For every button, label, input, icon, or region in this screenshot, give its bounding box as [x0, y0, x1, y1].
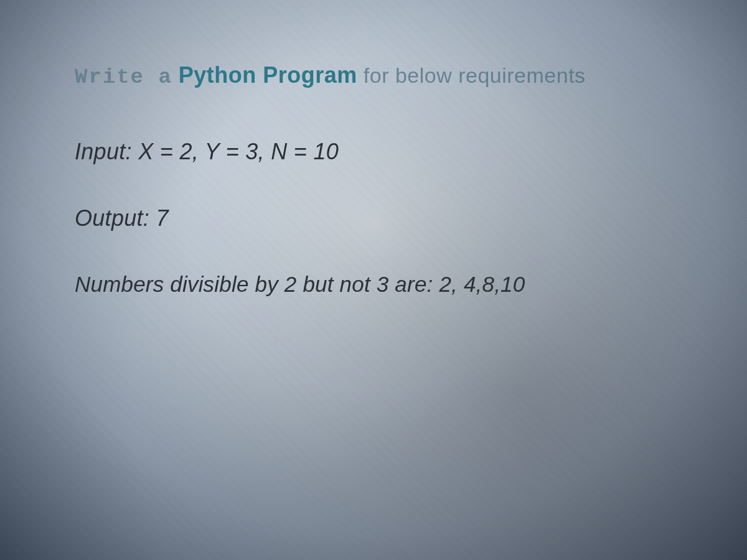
heading-python-program: Python Program: [179, 62, 357, 88]
input-line: Input: X = 2, Y = 3, N = 10: [75, 139, 672, 165]
explanation-line: Numbers divisible by 2 but not 3 are: 2,…: [75, 272, 672, 297]
output-line: Output: 7: [75, 205, 672, 231]
heading-write-a: Write a: [75, 65, 172, 89]
heading-line: Write a Python Program for below require…: [75, 62, 672, 89]
heading-requirements: for below requirements: [364, 63, 586, 87]
